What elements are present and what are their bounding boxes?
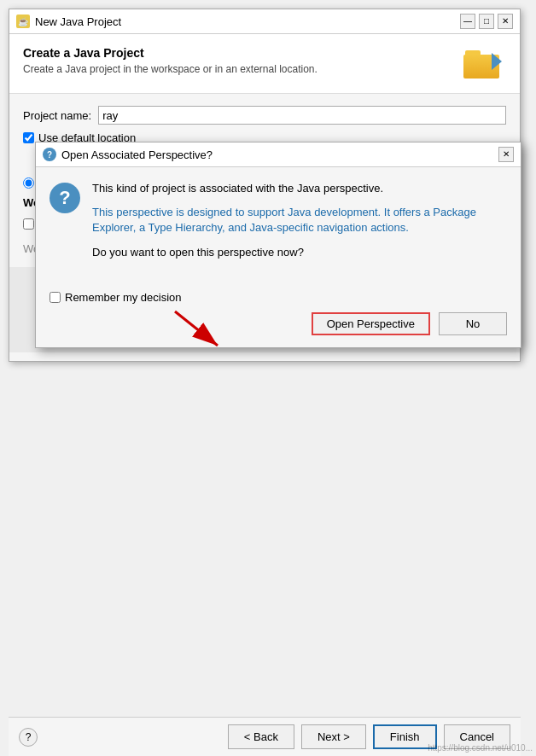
title-bar-left: ☕ New Java Project [16,15,121,28]
overlay-dialog: ? Open Associated Perspective? ✕ ? This … [35,142,521,348]
main-dialog: ☕ New Java Project — □ ✕ Create a Java P… [9,9,521,362]
no-button[interactable]: No [439,312,507,335]
project-name-input[interactable] [98,106,506,125]
overlay-close-button[interactable]: ✕ [498,147,514,162]
java-icon: ☕ [16,15,30,28]
question-icon-large: ? [50,183,80,213]
remember-row: Remember my decision [50,291,507,304]
header-text: Create a Java Project Create a Java proj… [23,46,318,75]
title-bar-controls: — □ ✕ [460,14,513,29]
main-title-bar: ☕ New Java Project — □ ✕ [9,9,520,34]
add-working-sets-checkbox[interactable] [23,218,34,230]
project-name-label: Project name: [23,109,91,122]
minimize-button[interactable]: — [460,14,475,29]
next-button[interactable]: Next > [301,724,366,749]
overlay-text: This kind of project is associated with … [92,181,507,269]
overlay-buttons: Open Perspective No [50,312,507,335]
open-perspective-button[interactable]: Open Perspective [312,312,430,335]
dialog-header: Create a Java Project Create a Java proj… [9,34,520,94]
use-default-location-checkbox[interactable] [23,132,34,143]
question-icon-small: ? [43,148,56,161]
main-dialog-title: New Java Project [35,15,121,28]
header-title: Create a Java Project [23,46,318,60]
project-name-row: Project name: [23,106,506,125]
maximize-button[interactable]: □ [479,14,494,29]
header-description: Create a Java project in the workspace o… [23,63,318,75]
overlay-footer: Remember my decision Open Perspective No [36,282,521,347]
overlay-title-left: ? Open Associated Perspective? [43,148,213,161]
remember-checkbox[interactable] [50,292,61,303]
bottom-left: ? [19,728,38,747]
overlay-line1: This kind of project is associated with … [92,181,507,196]
remember-label: Remember my decision [65,291,182,304]
separate-folders-radio[interactable] [23,177,34,189]
overlay-body: ? This kind of project is associated wit… [36,167,521,282]
folder-icon-container [463,46,506,84]
overlay-title-bar: ? Open Associated Perspective? ✕ [36,142,521,167]
folder-icon [463,46,502,79]
overlay-line3: Do you want to open this perspective now… [92,245,507,260]
watermark: https://blog.csdn.net/u010... [424,741,536,754]
close-button[interactable]: ✕ [498,14,513,29]
back-button[interactable]: < Back [228,724,294,749]
overlay-line2: This perspective is designed to support … [92,205,507,236]
help-button[interactable]: ? [19,728,38,747]
overlay-dialog-title: Open Associated Perspective? [61,148,213,161]
